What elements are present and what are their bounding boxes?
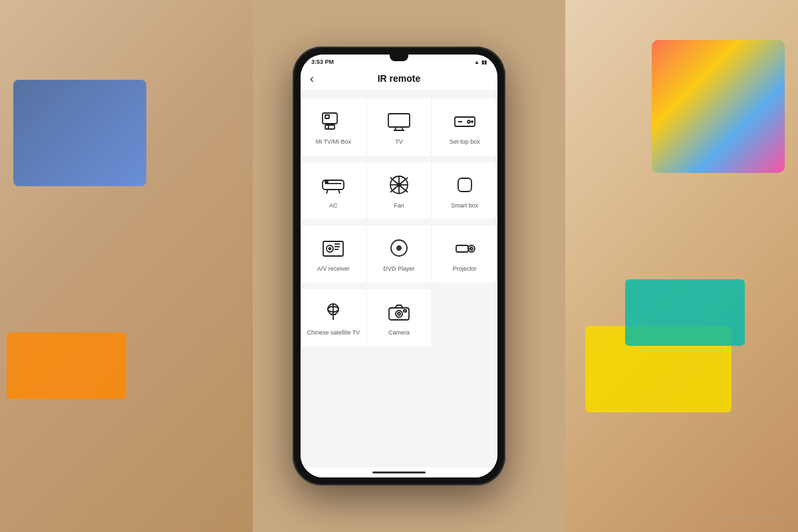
status-time: 3:53 PM [311,59,334,65]
tv-label: TV [395,138,403,146]
tv-icon [386,109,412,133]
row-sep-4 [301,347,497,352]
svg-point-26 [329,248,331,250]
grid-content: Mi TV/Mi Box TV [301,91,497,467]
status-icons: ▲ ▮▮ [474,59,487,65]
wifi-icon: ▲ [474,59,479,65]
phone-screen: 3:53 PM ▲ ▮▮ ‹ IR remote [301,55,497,477]
mi-tv-icon [320,109,346,133]
svg-point-10 [467,120,470,123]
home-indicator [372,471,426,473]
camera-label: Camera [388,329,410,337]
svg-rect-4 [388,114,410,127]
notch [390,55,408,61]
ac-label: AC [329,202,338,210]
grid-item-empty [432,289,497,346]
fan-label: Fan [394,202,404,210]
svg-rect-3 [325,115,329,118]
fan-icon [386,173,412,197]
projector-icon [452,236,478,260]
mi-tv-label: Mi TV/Mi Box [316,138,351,146]
grid-item-fan[interactable]: Fan [367,162,432,219]
satellite-tv-label: Chinese satellite TV [307,329,360,337]
grid-row-3: A/V receiver DVD Player [301,225,497,283]
grid-row-1: Mi TV/Mi Box TV [301,98,497,156]
svg-point-32 [398,247,400,249]
svg-rect-45 [404,310,406,312]
row-sep-1 [301,156,497,162]
bg-box-orange [7,332,126,399]
set-top-box-icon [452,109,478,133]
grid-item-set-top-box[interactable]: Set-top box [432,98,497,156]
phone-outer: 3:53 PM ▲ ▮▮ ‹ IR remote [293,47,505,485]
row-sep-2 [301,219,497,225]
app-header: ‹ IR remote [301,68,497,91]
grid-item-mi-tv[interactable]: Mi TV/Mi Box [301,98,366,156]
bg-box-colorful-right [652,40,785,173]
svg-rect-33 [456,245,468,252]
bg-box-topleft [13,80,146,186]
grid-item-camera[interactable]: Camera [367,289,432,346]
watermark: GSMArena.com [712,513,785,523]
battery-icon: ▮▮ [481,59,487,65]
grid-item-ac[interactable]: AC [301,162,366,219]
av-receiver-icon [320,236,346,260]
app-title: IR remote [378,73,421,84]
bg-box-teal [625,279,745,346]
satellite-tv-icon [320,300,346,324]
svg-point-43 [396,311,402,317]
phone-wrapper: 3:53 PM ▲ ▮▮ ‹ IR remote [293,47,505,485]
grid-item-dvd-player[interactable]: DVD Player [367,225,432,283]
smart-box-icon [452,173,478,197]
projector-label: Projector [453,265,477,273]
grid-item-av-receiver[interactable]: A/V receiver [301,225,366,283]
av-receiver-label: A/V receiver [317,265,350,273]
svg-rect-14 [325,182,328,183]
grid-item-tv[interactable]: TV [367,98,432,156]
grid-item-satellite-tv[interactable]: Chinese satellite TV [301,289,366,346]
dvd-player-icon [386,236,412,260]
svg-point-44 [398,313,400,315]
camera-icon [386,300,412,324]
grid-item-projector[interactable]: Projector [432,225,497,283]
svg-point-25 [327,245,333,252]
grid-row-4: Chinese satellite TV [301,289,497,347]
ac-icon [320,173,346,197]
grid-item-smart-box[interactable]: Smart box [432,162,497,219]
bottom-bar [301,467,497,477]
back-button[interactable]: ‹ [310,72,314,86]
svg-rect-23 [458,178,471,192]
svg-rect-1 [325,125,334,129]
dvd-player-label: DVD Player [383,265,414,273]
smart-box-label: Smart box [451,202,478,210]
svg-point-11 [471,121,473,122]
set-top-box-label: Set-top box [450,138,480,146]
row-sep-3 [301,283,497,289]
grid-row-2: AC [301,162,497,220]
